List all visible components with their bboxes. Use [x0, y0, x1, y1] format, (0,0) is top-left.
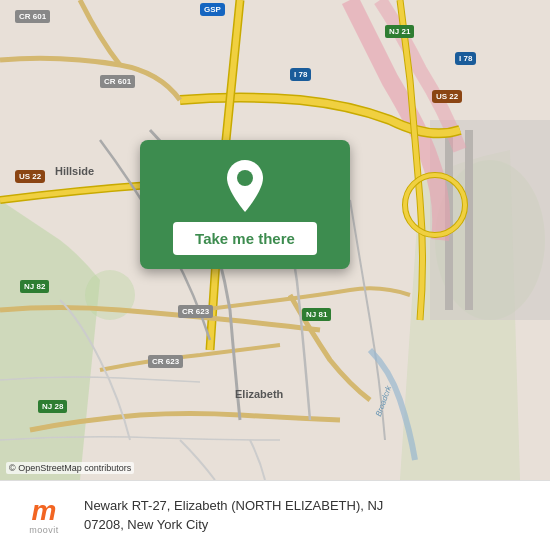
- cr623-shield-2: CR 623: [148, 355, 183, 368]
- cr623-shield-1: CR 623: [178, 305, 213, 318]
- address-line2: 07208, New York City: [84, 517, 208, 532]
- cr601-shield-1: CR 601: [15, 10, 50, 23]
- take-me-card: Take me there: [140, 140, 350, 269]
- cr601-shield-2: CR 601: [100, 75, 135, 88]
- nj82-shield: NJ 82: [20, 280, 49, 293]
- nj28-shield: NJ 28: [38, 400, 67, 413]
- take-me-button[interactable]: Take me there: [173, 222, 317, 255]
- location-pin-icon: [221, 158, 269, 214]
- hillside-label: Hillside: [55, 165, 94, 177]
- i78-shield-1: I 78: [290, 68, 311, 81]
- svg-rect-4: [465, 130, 473, 310]
- nj21-shield: NJ 21: [385, 25, 414, 38]
- bottom-bar: m moovit Newark RT-27, Elizabeth (NORTH …: [0, 480, 550, 550]
- address-line1: Newark RT-27, Elizabeth (NORTH ELIZABETH…: [84, 498, 383, 513]
- moovit-logo: m moovit: [14, 497, 74, 535]
- address-text: Newark RT-27, Elizabeth (NORTH ELIZABETH…: [84, 497, 536, 533]
- us22-shield-2: US 22: [15, 170, 45, 183]
- svg-point-9: [237, 170, 253, 186]
- osm-attribution: © OpenStreetMap contributors: [6, 462, 134, 474]
- gsp-shield: GSP: [200, 3, 225, 16]
- i78-shield-2: I 78: [455, 52, 476, 65]
- nj81-shield: NJ 81: [302, 308, 331, 321]
- elizabeth-label: Elizabeth: [235, 388, 283, 400]
- moovit-wordmark: moovit: [29, 525, 59, 535]
- moovit-letter: m: [32, 497, 57, 525]
- us22-shield-1: US 22: [432, 90, 462, 103]
